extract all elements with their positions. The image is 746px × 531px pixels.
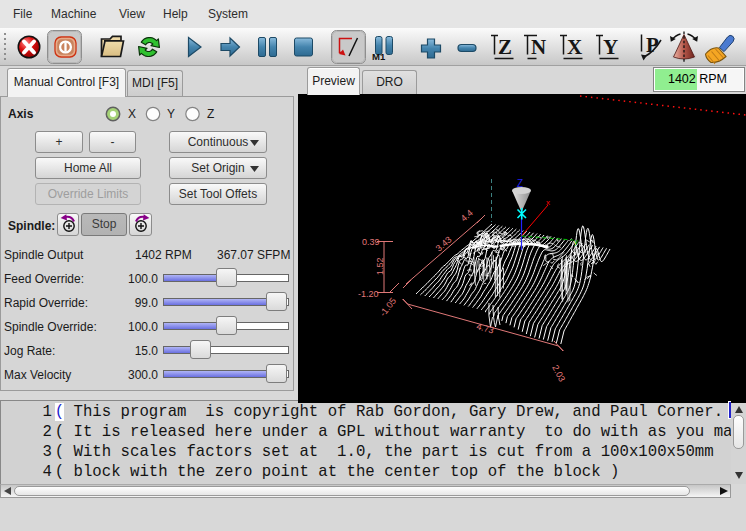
- svg-text:1.52: 1.52: [375, 257, 385, 275]
- svg-text:-1.05: -1.05: [378, 296, 399, 318]
- svg-text:4.73: 4.73: [475, 321, 495, 335]
- svg-text:-1.20: -1.20: [358, 289, 379, 299]
- svg-text:0.39: 0.39: [362, 237, 380, 247]
- svg-text:x: x: [546, 198, 550, 207]
- svg-text:Z: Z: [498, 35, 512, 59]
- svg-text:N: N: [531, 35, 546, 59]
- svg-text:3.43: 3.43: [434, 234, 454, 253]
- svg-text:2.03: 2.03: [550, 363, 567, 383]
- svg-text:y: y: [574, 237, 578, 246]
- svg-text:X: X: [567, 35, 582, 59]
- svg-text:Z: Z: [517, 178, 523, 189]
- svg-text:M1: M1: [372, 51, 386, 62]
- svg-text:4.4: 4.4: [459, 208, 475, 224]
- svg-text:Y: Y: [603, 35, 618, 59]
